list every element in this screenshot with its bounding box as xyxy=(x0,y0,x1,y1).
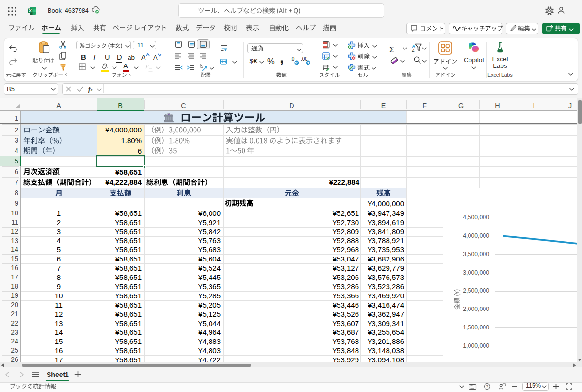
svg-text:X: X xyxy=(29,8,32,13)
svg-text:Z: Z xyxy=(412,48,415,53)
svg-text:.00: .00 xyxy=(301,56,307,62)
svg-text:A: A xyxy=(412,44,416,49)
svg-text:.0: .0 xyxy=(291,56,295,62)
svg-text:?: ? xyxy=(486,384,488,389)
